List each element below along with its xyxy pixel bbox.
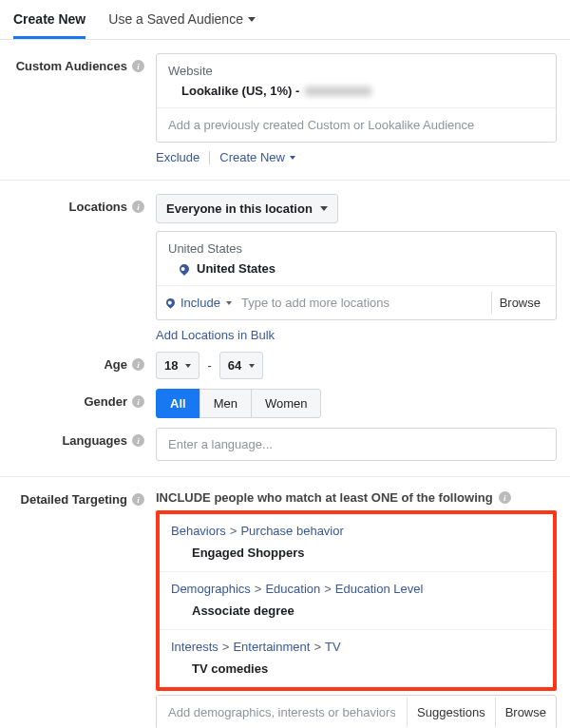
detailed-targeting-input-row: Suggestions Browse bbox=[156, 695, 557, 728]
location-search-input[interactable] bbox=[239, 295, 484, 311]
gender-button-group: All Men Women bbox=[156, 389, 557, 418]
gender-men-button[interactable]: Men bbox=[200, 389, 252, 418]
label-text: Custom Audiences bbox=[16, 59, 127, 73]
targeting-breadcrumb: Behaviors>Purchase behavior bbox=[171, 524, 542, 538]
label-text: Age bbox=[104, 357, 127, 372]
label-locations: Locations i bbox=[13, 194, 156, 214]
gender-women-button[interactable]: Women bbox=[251, 389, 322, 418]
targeting-item[interactable]: Behaviors>Purchase behaviorEngaged Shopp… bbox=[160, 514, 553, 572]
custom-audience-add[interactable]: Add a previously created Custom or Looka… bbox=[157, 107, 556, 142]
detailed-browse-button[interactable]: Browse bbox=[495, 698, 556, 727]
targeting-breadcrumb: Interests>Entertainment>TV bbox=[171, 640, 542, 654]
location-pin-icon bbox=[178, 261, 191, 275]
exclude-link[interactable]: Exclude bbox=[156, 150, 200, 164]
language-input[interactable] bbox=[156, 428, 557, 461]
targeting-item[interactable]: Interests>Entertainment>TVTV comedies bbox=[160, 630, 553, 687]
section-detailed-targeting: Detailed Targeting i INCLUDE people who … bbox=[0, 477, 570, 728]
caret-down-icon bbox=[290, 156, 295, 160]
label-gender: Gender i bbox=[13, 389, 156, 409]
tab-saved-audience[interactable]: Use a Saved Audience bbox=[108, 0, 256, 39]
location-item-text: United States bbox=[197, 261, 276, 276]
label-text: Languages bbox=[62, 433, 127, 448]
label-age: Age i bbox=[13, 352, 156, 372]
label-custom-audiences: Custom Audiences i bbox=[13, 53, 156, 73]
label-text: Locations bbox=[69, 200, 127, 214]
label-languages: Languages i bbox=[13, 428, 156, 448]
age-max-dropdown[interactable]: 64 bbox=[219, 352, 263, 379]
gender-all-button[interactable]: All bbox=[156, 389, 200, 418]
targeting-highlight-box: Behaviors>Purchase behaviorEngaged Shopp… bbox=[156, 510, 557, 691]
section-custom-audiences: Custom Audiences i Website Lookalike (US… bbox=[0, 40, 570, 181]
info-icon[interactable]: i bbox=[132, 60, 144, 72]
scope-text: Everyone in this location bbox=[166, 201, 313, 216]
info-icon[interactable]: i bbox=[132, 358, 144, 371]
dt-header-text: INCLUDE people who match at least ONE of… bbox=[156, 490, 493, 505]
suggestions-button[interactable]: Suggestions bbox=[407, 698, 495, 727]
section-demographics: Locations i Everyone in this location Un… bbox=[0, 181, 570, 477]
targeting-item[interactable]: Demographics>Education>Education LevelAs… bbox=[160, 572, 553, 630]
age-separator: - bbox=[207, 358, 211, 373]
add-locations-bulk-link[interactable]: Add Locations in Bulk bbox=[156, 328, 275, 342]
detailed-targeting-input[interactable] bbox=[157, 696, 407, 728]
include-text: Include bbox=[180, 296, 220, 310]
age-max-value: 64 bbox=[228, 358, 241, 373]
lookalike-item[interactable]: Lookalike (US, 1%) - bbox=[168, 84, 544, 98]
lookalike-text: Lookalike (US, 1%) - bbox=[181, 84, 299, 98]
label-text: Detailed Targeting bbox=[21, 492, 127, 507]
divider bbox=[209, 151, 210, 164]
include-dropdown[interactable]: Include bbox=[166, 296, 232, 310]
tab-saved-label: Use a Saved Audience bbox=[108, 11, 243, 27]
targeting-value: Engaged Shoppers bbox=[171, 546, 542, 560]
label-detailed-targeting: Detailed Targeting i bbox=[13, 490, 156, 507]
info-icon[interactable]: i bbox=[499, 491, 511, 504]
location-group-header: United States bbox=[157, 232, 556, 259]
targeting-value: Associate degree bbox=[171, 603, 542, 618]
targeting-breadcrumb: Demographics>Education>Education Level bbox=[171, 582, 542, 596]
caret-down-icon bbox=[249, 364, 255, 368]
locations-box: United States United States Include Brow… bbox=[156, 231, 557, 320]
detailed-targeting-header: INCLUDE people who match at least ONE of… bbox=[156, 490, 557, 505]
caret-down-icon bbox=[185, 364, 191, 368]
caret-down-icon bbox=[248, 17, 256, 22]
info-icon[interactable]: i bbox=[132, 201, 144, 213]
location-scope-dropdown[interactable]: Everyone in this location bbox=[156, 194, 338, 223]
create-new-text: Create New bbox=[219, 150, 285, 164]
label-text: Gender bbox=[84, 394, 127, 409]
website-label: Website bbox=[168, 64, 544, 78]
create-new-link[interactable]: Create New bbox=[219, 150, 295, 164]
location-item-us[interactable]: United States bbox=[157, 259, 556, 285]
audience-tabs: Create New Use a Saved Audience bbox=[0, 0, 570, 40]
caret-down-icon bbox=[320, 206, 328, 211]
info-icon[interactable]: i bbox=[132, 434, 144, 447]
location-browse-button[interactable]: Browse bbox=[491, 292, 548, 314]
targeting-value: TV comedies bbox=[171, 661, 542, 676]
info-icon[interactable]: i bbox=[132, 395, 144, 408]
location-pin-icon bbox=[164, 297, 177, 309]
age-min-dropdown[interactable]: 18 bbox=[156, 352, 200, 379]
caret-down-icon bbox=[226, 301, 232, 305]
info-icon[interactable]: i bbox=[132, 493, 144, 506]
age-min-value: 18 bbox=[164, 358, 178, 373]
custom-audience-box: Website Lookalike (US, 1%) - Add a previ… bbox=[156, 53, 557, 143]
redacted-name bbox=[305, 86, 371, 96]
tab-create-new[interactable]: Create New bbox=[13, 0, 86, 39]
